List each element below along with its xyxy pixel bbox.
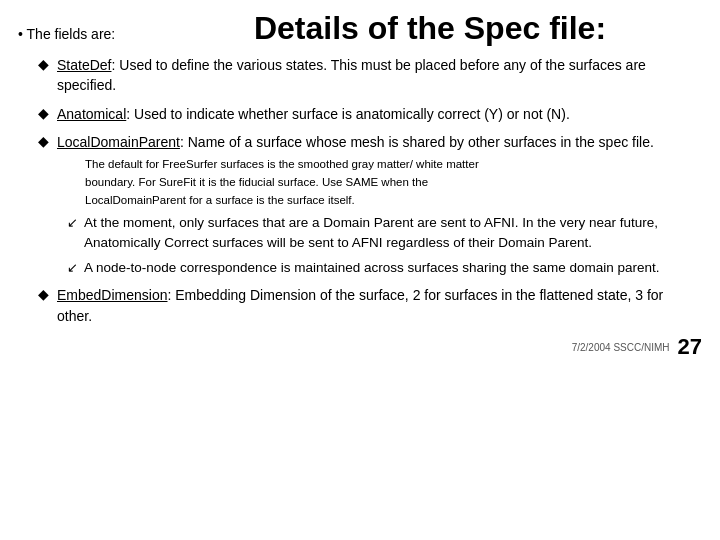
statedef-content: StateDef: Used to define the various sta… (57, 55, 702, 96)
list-item-localdomainparent: ◆ LocalDomainParent: Name of a surface w… (38, 132, 702, 278)
note-block: The default for FreeSurfer surfaces is t… (85, 156, 702, 208)
anatomical-desc: Used to indicate whether surface is anat… (134, 106, 570, 122)
statedef-name: StateDef (57, 57, 111, 73)
list-item-anatomical: ◆ Anatomical: Used to indicate whether s… (38, 104, 702, 124)
diamond-icon-3: ◆ (38, 133, 49, 149)
footer-page: 27 (678, 334, 702, 360)
sub-bullet-1: ↙ At the moment, only surfaces that are … (67, 213, 702, 252)
localdomainparent-content: LocalDomainParent: Name of a surface who… (57, 132, 702, 278)
footer-date: 7/2/2004 SSCC/NIMH (572, 342, 670, 353)
embeddimension-content: EmbedDimension: Embedding Dimension of t… (57, 285, 702, 326)
sub-bullet-marker-1: ↙ (67, 214, 78, 233)
sub-bullet-2: ↙ A node-to-node correspondence is maint… (67, 258, 702, 278)
anatomical-content: Anatomical: Used to indicate whether sur… (57, 104, 702, 124)
diamond-icon-1: ◆ (38, 56, 49, 72)
localdomainparent-name: LocalDomainParent (57, 134, 180, 150)
localdomainparent-sep: : (180, 134, 188, 150)
list-item-statedef: ◆ StateDef: Used to define the various s… (38, 55, 702, 96)
page-title: Details of the Spec file: (158, 10, 702, 47)
footer: 7/2/2004 SSCC/NIMH 27 (18, 334, 702, 360)
diamond-icon-4: ◆ (38, 286, 49, 302)
embeddimension-name: EmbedDimension (57, 287, 168, 303)
sub-bullet-marker-2: ↙ (67, 259, 78, 278)
localdomainparent-desc: Name of a surface whose mesh is shared b… (188, 134, 654, 150)
note-line1: The default for FreeSurfer surfaces is t… (85, 156, 702, 172)
note-line3: LocalDomainParent for a surface is the s… (85, 192, 702, 208)
anatomical-sep: : (126, 106, 134, 122)
statedef-desc: Used to define the various states. This … (57, 57, 646, 93)
fields-list: ◆ StateDef: Used to define the various s… (18, 55, 702, 326)
anatomical-name: Anatomical (57, 106, 126, 122)
diamond-icon-2: ◆ (38, 105, 49, 121)
bullet-intro: • The fields are: (18, 26, 148, 42)
list-item-embeddimension: ◆ EmbedDimension: Embedding Dimension of… (38, 285, 702, 326)
sub-bullet-text-2: A node-to-node correspondence is maintai… (84, 258, 702, 278)
sub-bullet-text-1: At the moment, only surfaces that are a … (84, 213, 702, 252)
page-header: • The fields are: Details of the Spec fi… (18, 10, 702, 47)
note-line2: boundary. For SureFit it is the fiducial… (85, 174, 702, 190)
